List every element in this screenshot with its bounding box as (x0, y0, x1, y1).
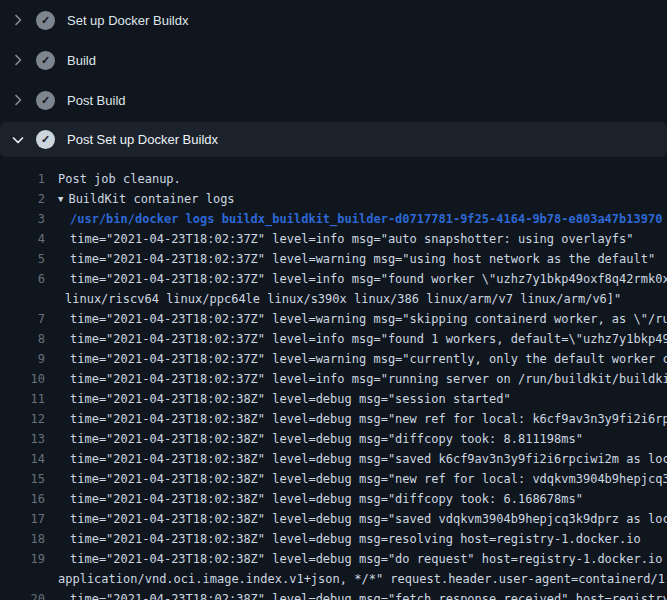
log-row: 8 time="2021-04-23T18:02:37Z" level=info… (0, 329, 667, 349)
log-text: time="2021-04-23T18:02:38Z" level=debug … (45, 429, 667, 449)
log-group-label: BuildKit container logs (68, 192, 234, 206)
log-text: time="2021-04-23T18:02:38Z" level=debug … (45, 449, 667, 469)
log-text: time="2021-04-23T18:02:37Z" level=info m… (45, 329, 667, 349)
check-circle-icon: ✓ (36, 11, 55, 30)
log-row: 18 time="2021-04-23T18:02:38Z" level=deb… (0, 529, 667, 549)
log-text: time="2021-04-23T18:02:38Z" level=debug … (45, 389, 667, 409)
check-mark: ✓ (41, 134, 50, 145)
log-row: 3 /usr/bin/docker logs buildx_buildkit_b… (0, 209, 667, 229)
line-number[interactable]: 8 (0, 329, 45, 349)
step-header[interactable]: ✓ Set up Docker Buildx (0, 0, 667, 40)
log-text: time="2021-04-23T18:02:37Z" level=info m… (45, 269, 667, 289)
triangle-down-icon: ▼ (58, 189, 63, 209)
log-text: time="2021-04-23T18:02:38Z" level=debug … (45, 549, 667, 569)
log-row: 14 time="2021-04-23T18:02:38Z" level=deb… (0, 449, 667, 469)
log-row: 7 time="2021-04-23T18:02:37Z" level=warn… (0, 309, 667, 329)
log-row: 4 time="2021-04-23T18:02:37Z" level=info… (0, 229, 667, 249)
log-row: 19 time="2021-04-23T18:02:38Z" level=deb… (0, 549, 667, 569)
line-number[interactable]: 10 (0, 369, 45, 389)
step-header[interactable]: ✓ Post Set up Docker Buildx (0, 122, 667, 157)
log-row: 13 time="2021-04-23T18:02:38Z" level=deb… (0, 429, 667, 449)
log-text: time="2021-04-23T18:02:38Z" level=debug … (45, 529, 667, 549)
check-mark: ✓ (41, 95, 50, 106)
line-number[interactable]: 11 (0, 389, 45, 409)
chevron-down-icon (10, 132, 26, 148)
line-number[interactable]: 6 (0, 269, 45, 289)
log-row: 12 time="2021-04-23T18:02:38Z" level=deb… (0, 409, 667, 429)
check-circle-icon: ✓ (36, 51, 55, 70)
steps-list: ✓ Set up Docker Buildx ✓ Build ✓ Post Bu… (0, 0, 667, 157)
line-number[interactable]: 1 (0, 169, 45, 189)
log-row: 15 time="2021-04-23T18:02:38Z" level=deb… (0, 469, 667, 489)
log-text: time="2021-04-23T18:02:37Z" level=warnin… (45, 309, 667, 329)
step-label: Post Set up Docker Buildx (67, 132, 218, 147)
log-row: 10 time="2021-04-23T18:02:37Z" level=inf… (0, 369, 667, 389)
step-header[interactable]: ✓ Post Build (0, 80, 667, 120)
line-number[interactable]: 13 (0, 429, 45, 449)
line-number[interactable]: 4 (0, 229, 45, 249)
log-group-toggle[interactable]: ▼BuildKit container logs (45, 189, 667, 209)
line-number[interactable]: 7 (0, 309, 45, 329)
line-number[interactable] (0, 289, 45, 309)
log-row: 5 time="2021-04-23T18:02:37Z" level=warn… (0, 249, 667, 269)
log-row: 11 time="2021-04-23T18:02:38Z" level=deb… (0, 389, 667, 409)
line-number[interactable]: 14 (0, 449, 45, 469)
log-text: time="2021-04-23T18:02:37Z" level=warnin… (45, 349, 667, 369)
line-number[interactable]: 16 (0, 489, 45, 509)
step-label: Set up Docker Buildx (67, 13, 188, 28)
log-row: 20 time="2021-04-23T18:02:38Z" level=deb… (0, 589, 667, 600)
step-label: Post Build (67, 93, 126, 108)
check-circle-icon: ✓ (36, 130, 55, 149)
log-row: 16 time="2021-04-23T18:02:38Z" level=deb… (0, 489, 667, 509)
log-text: time="2021-04-23T18:02:37Z" level=info m… (45, 229, 667, 249)
log-row: linux/riscv64 linux/ppc64le linux/s390x … (0, 289, 667, 309)
log-text: time="2021-04-23T18:02:38Z" level=debug … (45, 409, 667, 429)
log-row: 17 time="2021-04-23T18:02:38Z" level=deb… (0, 509, 667, 529)
line-number[interactable]: 15 (0, 469, 45, 489)
actions-log-viewer: ✓ Set up Docker Buildx ✓ Build ✓ Post Bu… (0, 0, 667, 600)
log-text: time="2021-04-23T18:02:38Z" level=debug … (45, 469, 667, 489)
log-text: time="2021-04-23T18:02:37Z" level=warnin… (45, 249, 667, 269)
command-text: /usr/bin/docker logs buildx_buildkit_bui… (45, 209, 667, 229)
log-text: Post job cleanup. (45, 169, 667, 189)
line-number[interactable]: 12 (0, 409, 45, 429)
line-number[interactable]: 9 (0, 349, 45, 369)
line-number[interactable]: 18 (0, 529, 45, 549)
log-text: time="2021-04-23T18:02:38Z" level=debug … (45, 489, 667, 509)
check-circle-icon: ✓ (36, 91, 55, 110)
log-row: 6 time="2021-04-23T18:02:37Z" level=info… (0, 269, 667, 289)
check-mark: ✓ (41, 55, 50, 66)
chevron-right-icon (10, 12, 26, 28)
step-header[interactable]: ✓ Build (0, 40, 667, 80)
log-pane: 1 Post job cleanup. 2 ▼BuildKit containe… (0, 160, 667, 600)
line-number[interactable]: 20 (0, 589, 45, 600)
log-row: 9 time="2021-04-23T18:02:37Z" level=warn… (0, 349, 667, 369)
chevron-right-icon (10, 52, 26, 68)
log-row: application/vnd.oci.image.index.v1+json,… (0, 569, 667, 589)
chevron-right-icon (10, 92, 26, 108)
log-text: time="2021-04-23T18:02:38Z" level=debug … (45, 589, 667, 600)
log-row: 2 ▼BuildKit container logs (0, 189, 667, 209)
check-mark: ✓ (41, 15, 50, 26)
step-label: Build (67, 53, 96, 68)
line-number[interactable]: 17 (0, 509, 45, 529)
log-text: linux/riscv64 linux/ppc64le linux/s390x … (45, 289, 667, 309)
line-number[interactable] (0, 569, 45, 589)
line-number[interactable]: 2 (0, 189, 45, 209)
line-number[interactable]: 5 (0, 249, 45, 269)
log-text: application/vnd.oci.image.index.v1+json,… (45, 569, 667, 589)
line-number[interactable]: 3 (0, 209, 45, 229)
log-row: 1 Post job cleanup. (0, 169, 667, 189)
log-text: time="2021-04-23T18:02:37Z" level=info m… (45, 369, 667, 389)
line-number[interactable]: 19 (0, 549, 45, 569)
log-text: time="2021-04-23T18:02:38Z" level=debug … (45, 509, 667, 529)
